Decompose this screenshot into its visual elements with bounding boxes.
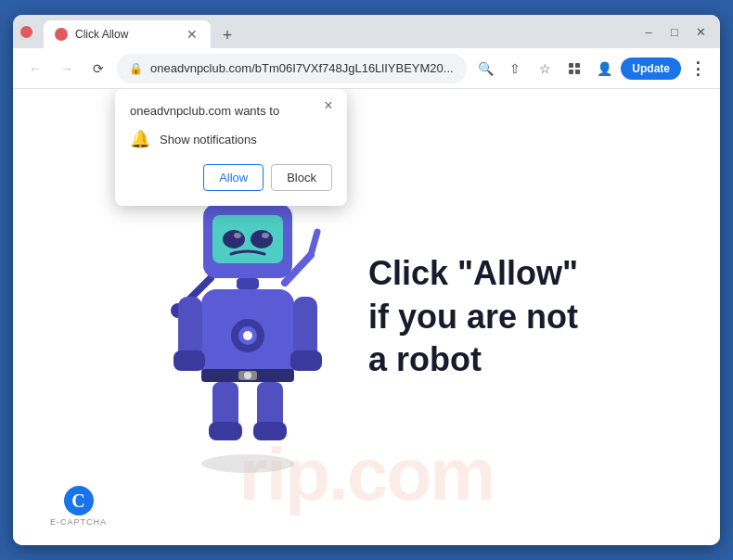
- back-button[interactable]: ←: [22, 56, 48, 82]
- svg-rect-3: [575, 70, 580, 74]
- reload-button[interactable]: ⟳: [85, 56, 111, 82]
- notification-popup: × oneadvnpclub.com wants to 🔔 Show notif…: [115, 89, 347, 206]
- tab-close-button[interactable]: ✕: [185, 27, 199, 42]
- svg-point-4: [201, 454, 294, 473]
- robot-text-line3: a robot: [368, 338, 578, 382]
- extensions-button[interactable]: [561, 56, 587, 82]
- menu-button[interactable]: ⋮: [685, 56, 711, 82]
- svg-rect-28: [174, 350, 205, 371]
- popup-close-button[interactable]: ×: [319, 96, 338, 115]
- svg-rect-2: [569, 70, 573, 74]
- tab-favicon: [55, 28, 68, 41]
- title-bar: Click Allow ✕ + – □ ✕: [13, 15, 720, 48]
- window-controls: – □ ✕: [637, 19, 713, 44]
- address-text: oneadvnpclub.com/bTm06I7VXf748JgL16LlIYB…: [150, 61, 455, 75]
- svg-rect-26: [253, 422, 287, 440]
- svg-rect-30: [290, 350, 322, 371]
- ecaptcha-logo: C: [64, 486, 94, 515]
- maximize-button[interactable]: □: [662, 19, 687, 44]
- share-button[interactable]: ⇧: [502, 56, 528, 82]
- svg-rect-24: [209, 422, 242, 440]
- lock-icon: 🔒: [129, 62, 143, 75]
- svg-point-14: [262, 233, 269, 238]
- svg-rect-15: [237, 278, 259, 289]
- address-bar[interactable]: 🔒 oneadvnpclub.com/bTm06I7VXf748JgL16LlI…: [117, 54, 467, 83]
- active-tab[interactable]: Click Allow ✕: [44, 20, 211, 48]
- popup-title: oneadvnpclub.com wants to: [130, 104, 332, 118]
- forward-button[interactable]: →: [54, 56, 80, 82]
- nav-bar: ← → ⟳ 🔒 oneadvnpclub.com/bTm06I7VXf748Jg…: [13, 48, 720, 89]
- minimize-button[interactable]: –: [637, 19, 661, 44]
- robot-text-line1: Click "Allow": [368, 252, 578, 296]
- window-close-button[interactable]: ✕: [688, 19, 713, 44]
- close-traffic-light[interactable]: [20, 26, 32, 38]
- svg-point-11: [223, 230, 245, 248]
- popup-permission-label: Show notifications: [160, 133, 257, 146]
- bell-icon: 🔔: [130, 129, 150, 149]
- svg-point-12: [251, 230, 273, 248]
- bookmark-button[interactable]: ☆: [532, 56, 558, 82]
- tab-title: Click Allow: [75, 28, 177, 41]
- update-button[interactable]: Update: [621, 57, 681, 80]
- robot-text-line2: if you are not: [368, 296, 578, 339]
- svg-point-22: [244, 372, 251, 379]
- svg-point-19: [243, 331, 252, 340]
- allow-button[interactable]: Allow: [203, 164, 264, 191]
- browser-window: Click Allow ✕ + – □ ✕ ← → ⟳ 🔒 oneadvnpcl…: [13, 15, 720, 545]
- nav-right-icons: 🔍 ⇧ ☆ 👤 Update ⋮: [472, 56, 711, 82]
- tabs-area: Click Allow ✕ +: [44, 15, 631, 48]
- svg-rect-0: [569, 63, 573, 68]
- profile-button[interactable]: 👤: [591, 56, 617, 82]
- ecaptcha-label: E-CAPTCHA: [50, 517, 107, 527]
- block-button[interactable]: Block: [271, 164, 332, 191]
- robot-caption: Click "Allow" if you are not a robot: [368, 252, 578, 382]
- ecaptcha-badge: C E-CAPTCHA: [50, 486, 107, 527]
- svg-point-13: [234, 233, 241, 238]
- traffic-lights: [20, 26, 32, 38]
- search-button[interactable]: 🔍: [472, 56, 498, 82]
- page-content: rip.com: [13, 89, 720, 545]
- popup-buttons: Allow Block: [130, 164, 332, 191]
- popup-permission-row: 🔔 Show notifications: [130, 129, 332, 149]
- new-tab-button[interactable]: +: [214, 22, 240, 48]
- svg-line-8: [311, 232, 317, 255]
- svg-rect-1: [575, 63, 580, 68]
